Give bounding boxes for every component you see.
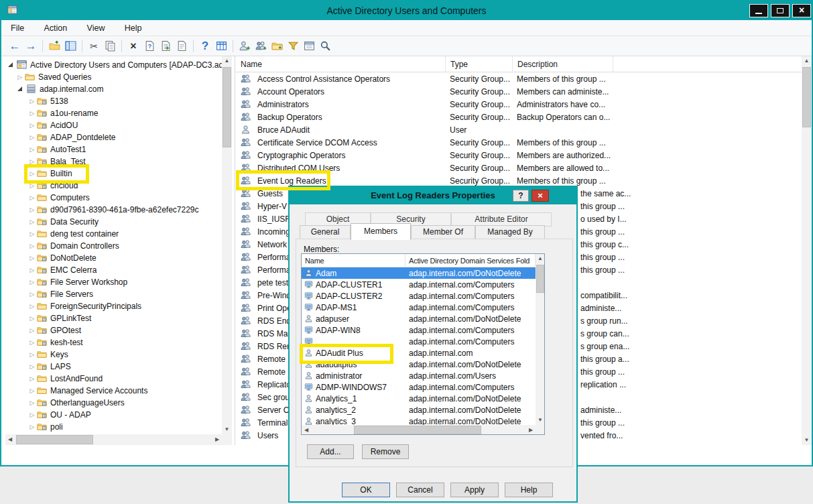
collapsed-arrow-icon[interactable]: ▷ xyxy=(28,122,36,129)
tree-item-ou-adap[interactable]: ▷OU - ADAP xyxy=(5,409,222,421)
collapsed-arrow-icon[interactable]: ▷ xyxy=(28,134,36,141)
list-vertical-scrollbar[interactable]: ▲ ▼ xyxy=(802,56,812,445)
properties-icon[interactable] xyxy=(174,39,190,54)
member-row-adap-win8[interactable]: ADAP-WIN8adap.internal.com/Computers xyxy=(302,324,536,336)
scrollbar-thumb[interactable] xyxy=(354,426,481,434)
tab-members[interactable]: Members xyxy=(351,223,411,240)
collapsed-arrow-icon[interactable]: ▷ xyxy=(28,98,36,105)
collapsed-arrow-icon[interactable]: ▷ xyxy=(16,74,24,80)
tree-item-file-servers[interactable]: ▷File Servers xyxy=(5,288,222,300)
member-row-analytics-2[interactable]: analytics_2adap.internal.com/DoNotDelete xyxy=(302,404,536,416)
tree-item-emc-celerra[interactable]: ▷EMC Celerra xyxy=(5,264,222,276)
tab-managed-by[interactable]: Managed By xyxy=(475,225,545,239)
scroll-left-icon[interactable]: ◀ xyxy=(5,434,15,445)
member-row-adam[interactable]: Adamadap.internal.com/DoNotDelete xyxy=(302,267,536,279)
add-group-icon[interactable] xyxy=(253,39,269,54)
cancel-button[interactable]: Cancel xyxy=(396,483,444,497)
scroll-down-icon[interactable]: ▼ xyxy=(222,425,232,434)
tree-item-keys[interactable]: ▷Keys xyxy=(5,349,222,361)
tree-item-autotest1[interactable]: ▷AutoTest1 xyxy=(5,143,222,155)
up-level-icon[interactable] xyxy=(46,39,62,54)
members-vertical-scrollbar[interactable]: ▲ ▼ xyxy=(536,254,545,425)
tree-item-5138[interactable]: ▷5138 xyxy=(5,95,222,107)
list-row-account-operators[interactable]: Account OperatorsSecurity Group...Member… xyxy=(236,85,802,98)
tree-item-a1ou-rename[interactable]: ▷a1ou-rename xyxy=(5,107,222,119)
collapsed-arrow-icon[interactable]: ▷ xyxy=(28,387,36,394)
menu-help[interactable]: Help xyxy=(125,20,142,36)
member-row-admp-windows7[interactable]: ADMP-WINDOWS7adap.internal.com/Computers xyxy=(302,381,536,393)
tab-general[interactable]: General xyxy=(300,225,351,239)
apply-button[interactable]: Apply xyxy=(450,483,499,497)
column-header-description[interactable]: Description xyxy=(513,56,613,72)
tab-attribute-editor[interactable]: Attribute Editor xyxy=(451,212,552,227)
collapsed-arrow-icon[interactable]: ▷ xyxy=(28,315,36,322)
collapsed-arrow-icon[interactable]: ▷ xyxy=(28,170,36,177)
tree-item-otherlanguageusers[interactable]: ▷OtherlanguageUsers xyxy=(5,397,222,409)
copy-icon[interactable] xyxy=(102,39,118,54)
minimize-button[interactable] xyxy=(749,4,768,17)
tree-item-acidou[interactable]: ▷AcidOU xyxy=(5,119,222,131)
tree-item-laps[interactable]: ▷LAPS xyxy=(5,361,222,373)
tree-item-kesh-test[interactable]: ▷kesh-test xyxy=(5,336,222,349)
find-objects-icon[interactable] xyxy=(317,39,333,54)
add-ou-icon[interactable] xyxy=(269,39,285,54)
collapsed-arrow-icon[interactable]: ▷ xyxy=(28,110,36,117)
tab-member-of[interactable]: Member Of xyxy=(411,225,475,239)
tree-item-cncloud[interactable]: ▷cncloud xyxy=(5,180,222,192)
tree-vertical-scrollbar[interactable]: ▲ ▼ xyxy=(222,56,232,434)
collapsed-arrow-icon[interactable]: ▷ xyxy=(28,303,36,310)
scroll-up-icon[interactable]: ▲ xyxy=(222,56,232,66)
tree-item-file-server-workshop[interactable]: ▷File Server Workshop xyxy=(5,276,222,288)
collapsed-arrow-icon[interactable]: ▷ xyxy=(28,339,36,346)
list-row-administrators[interactable]: AdministratorsSecurity Group...Administr… xyxy=(236,98,802,111)
tree-item-donotdelete[interactable]: ▷DoNotDelete xyxy=(5,252,222,264)
tree-item-computers[interactable]: ▷Computers xyxy=(5,192,222,204)
help-icon[interactable]: ? xyxy=(197,39,213,54)
menu-action[interactable]: Action xyxy=(44,20,68,36)
tree-item-data-security[interactable]: ▷Data Security xyxy=(5,216,222,228)
pane-divider[interactable] xyxy=(235,56,235,445)
scroll-left-icon[interactable]: ◀ xyxy=(302,425,311,435)
list-row-bruce-adaudit[interactable]: Bruce ADAuditUser xyxy=(236,123,802,136)
collapsed-arrow-icon[interactable]: ▷ xyxy=(28,399,36,406)
menu-file[interactable]: File xyxy=(11,20,24,36)
help-topics-icon[interactable]: ? xyxy=(141,39,158,54)
scroll-up-icon[interactable]: ▲ xyxy=(536,254,545,263)
tree-item-domain-controllers[interactable]: ▷Domain Controllers xyxy=(5,240,222,252)
collapsed-arrow-icon[interactable]: ▷ xyxy=(28,218,36,225)
export-list-icon[interactable] xyxy=(158,39,174,54)
tree-item-adap-dontdelete[interactable]: ▷ADAP_Dontdelete xyxy=(5,131,222,143)
collapsed-arrow-icon[interactable]: ▷ xyxy=(28,158,36,165)
new-window-icon[interactable] xyxy=(301,39,317,54)
column-header-name[interactable]: Name xyxy=(236,56,446,72)
tree-item-d90d7961-8390-461a-9fbe-a62efec7229c[interactable]: ▷d90d7961-8390-461a-9fbe-a62efec7229c xyxy=(5,204,222,216)
ok-button[interactable]: OK xyxy=(342,483,390,497)
scroll-up-icon[interactable]: ▲ xyxy=(802,56,812,66)
collapsed-arrow-icon[interactable]: ▷ xyxy=(28,206,36,213)
view-table-icon[interactable] xyxy=(213,39,229,54)
tree-item-gplinktest[interactable]: ▷GPLinkTest xyxy=(5,312,222,324)
collapsed-arrow-icon[interactable]: ▷ xyxy=(28,194,36,201)
cut-icon[interactable]: ✂ xyxy=(86,39,102,54)
collapsed-arrow-icon[interactable]: ▷ xyxy=(28,279,36,286)
scroll-right-icon[interactable]: ▶ xyxy=(526,425,536,435)
member-column-folder[interactable]: Active Directory Domain Services Fold xyxy=(405,254,536,267)
add-button[interactable]: Add... xyxy=(307,444,354,459)
tree-item-foreignsecurityprincipals[interactable]: ▷ForeignSecurityPrincipals xyxy=(5,300,222,312)
collapsed-arrow-icon[interactable]: ▷ xyxy=(28,255,36,261)
tree-horizontal-scrollbar[interactable]: ◀ ▶ xyxy=(5,434,222,445)
scrollbar-thumb[interactable] xyxy=(802,67,811,127)
member-row-administrator[interactable]: administratoradap.internal.com/Users xyxy=(302,370,536,381)
collapsed-arrow-icon[interactable]: ▷ xyxy=(28,291,36,298)
scrollbar-thumb[interactable] xyxy=(223,67,231,147)
list-row-backup-operators[interactable]: Backup OperatorsSecurity Group...Backup … xyxy=(236,111,802,123)
collapsed-arrow-icon[interactable]: ▷ xyxy=(28,231,36,237)
tree-item-bala-test[interactable]: ▷Bala_Test xyxy=(5,155,222,168)
tree-item-adap-internal-com[interactable]: adap.internal.com xyxy=(5,83,222,95)
member-row-analytics-1[interactable]: Analytics_1adap.internal.com/DoNotDelete xyxy=(302,393,536,404)
collapsed-arrow-icon[interactable]: ▷ xyxy=(28,182,36,189)
member-row-adapuser[interactable]: adapuseradap.internal.com/DoNotDelete xyxy=(302,313,536,324)
collapsed-arrow-icon[interactable]: ▷ xyxy=(28,424,36,430)
member-row-adauditplus[interactable]: adauditplusadap.internal.com/DoNotDelete xyxy=(302,359,536,370)
column-header-type[interactable]: Type xyxy=(446,56,513,72)
